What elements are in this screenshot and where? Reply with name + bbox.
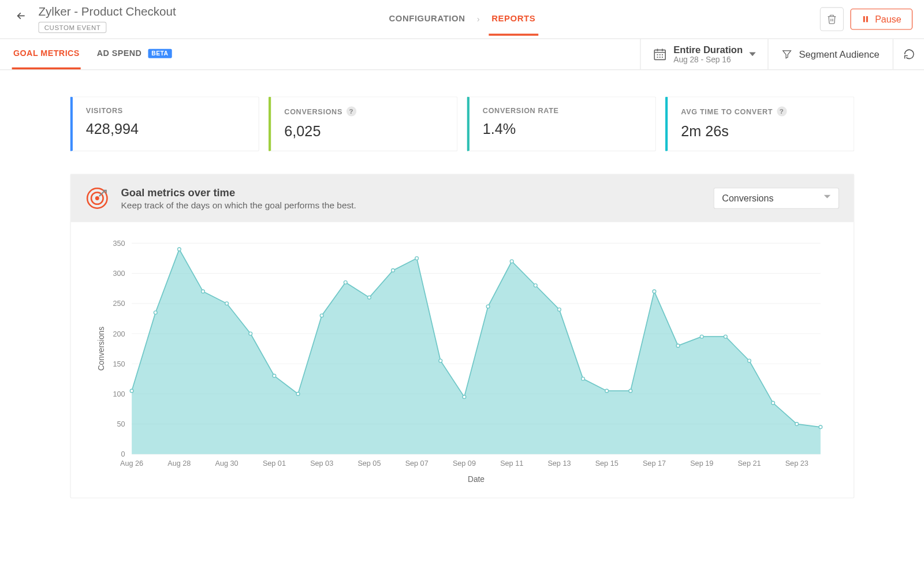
svg-text:Sep 03: Sep 03 (310, 459, 333, 468)
back-button[interactable] (12, 6, 31, 25)
delete-button[interactable] (820, 8, 844, 31)
svg-point-49 (772, 401, 775, 405)
svg-text:Sep 05: Sep 05 (357, 459, 381, 468)
svg-point-47 (724, 335, 727, 338)
calendar-icon (653, 47, 667, 61)
svg-point-45 (676, 344, 680, 347)
svg-text:0: 0 (121, 450, 125, 458)
chart-panel-title: Goal metrics over time (121, 186, 356, 199)
svg-text:250: 250 (113, 300, 125, 308)
svg-point-50 (795, 423, 799, 426)
arrow-left-icon (15, 10, 27, 22)
kpi-conversion-rate-label: CONVERSION RATE (483, 106, 559, 114)
svg-text:Aug 30: Aug 30 (215, 459, 239, 468)
svg-point-44 (653, 290, 656, 293)
kpi-avg-time: AVG TIME TO CONVERT? 2m 26s (665, 96, 854, 151)
date-range-title: Entire Duration (673, 44, 743, 55)
svg-rect-0 (863, 16, 865, 22)
segment-label: Segment Audience (799, 49, 879, 59)
svg-point-26 (225, 302, 229, 305)
subtab-ad-spend-label: AD SPEND (97, 48, 142, 58)
svg-point-25 (202, 290, 205, 293)
svg-text:50: 50 (117, 420, 125, 428)
svg-point-24 (178, 248, 181, 251)
kpi-visitors-label: VISITORS (86, 106, 123, 114)
beta-badge: BETA (148, 49, 172, 58)
pause-button-label: Pause (875, 14, 901, 24)
custom-event-badge: CUSTOM EVENT (38, 22, 106, 33)
sub-nav: GOAL METRICS AD SPEND BETA Entire Durati… (0, 39, 924, 70)
svg-text:200: 200 (113, 330, 125, 338)
kpi-visitors: VISITORS 428,994 (70, 96, 259, 151)
tab-reports[interactable]: REPORTS (489, 3, 538, 36)
svg-point-51 (819, 425, 822, 429)
page-title: Zylker - Product Checkout (38, 5, 176, 19)
target-icon (85, 186, 109, 210)
tab-configuration[interactable]: CONFIGURATION (386, 3, 468, 36)
kpi-conversions-label: CONVERSIONS (284, 107, 342, 115)
svg-point-27 (249, 332, 252, 335)
refresh-button[interactable] (893, 39, 924, 70)
svg-point-42 (605, 389, 609, 392)
date-range-picker[interactable]: Entire Duration Aug 28 - Sep 16 (640, 39, 768, 70)
chart: 050100150200250300350Aug 26Aug 28Aug 30S… (91, 235, 834, 488)
trash-icon (827, 14, 837, 24)
svg-text:Conversions: Conversions (97, 327, 106, 371)
svg-point-38 (510, 260, 513, 263)
svg-text:Aug 28: Aug 28 (167, 459, 191, 468)
svg-text:100: 100 (113, 390, 125, 398)
kpi-conversions-value: 6,025 (284, 123, 444, 140)
filter-icon (782, 49, 792, 59)
svg-point-23 (154, 311, 157, 315)
date-range-value: Aug 28 - Sep 16 (673, 55, 743, 64)
svg-text:Sep 15: Sep 15 (595, 459, 619, 468)
svg-point-41 (582, 377, 585, 380)
svg-text:300: 300 (113, 270, 125, 278)
kpi-visitors-value: 428,994 (86, 121, 245, 139)
svg-text:Sep 07: Sep 07 (405, 459, 429, 468)
svg-point-33 (392, 269, 395, 272)
svg-point-5 (95, 196, 99, 200)
svg-text:350: 350 (113, 240, 125, 248)
svg-point-46 (700, 335, 703, 338)
metric-select-value: Conversions (722, 193, 773, 203)
svg-text:Sep 17: Sep 17 (643, 459, 666, 468)
svg-point-32 (368, 296, 371, 299)
svg-point-35 (439, 359, 442, 362)
svg-text:Sep 11: Sep 11 (500, 459, 523, 468)
help-icon[interactable]: ? (346, 106, 356, 116)
svg-text:Sep 23: Sep 23 (785, 459, 808, 468)
svg-point-30 (320, 314, 323, 317)
help-icon[interactable]: ? (777, 106, 787, 116)
subtab-goal-metrics[interactable]: GOAL METRICS (12, 39, 81, 69)
chart-panel-subtitle: Keep track of the days on which the goal… (121, 200, 356, 210)
svg-text:Sep 19: Sep 19 (690, 459, 713, 468)
kpi-conversion-rate-value: 1.4% (483, 121, 642, 139)
chevron-right-icon: › (477, 14, 480, 24)
kpi-avg-time-label: AVG TIME TO CONVERT (681, 107, 773, 115)
caret-down-icon (750, 51, 756, 57)
svg-text:Sep 21: Sep 21 (737, 459, 761, 468)
svg-text:Aug 26: Aug 26 (120, 459, 143, 468)
subtab-ad-spend[interactable]: AD SPEND BETA (95, 39, 173, 69)
svg-text:Sep 09: Sep 09 (453, 459, 476, 468)
svg-point-28 (273, 374, 276, 377)
svg-text:Date: Date (468, 475, 485, 484)
svg-text:Sep 13: Sep 13 (547, 459, 571, 468)
chart-panel-header: Goal metrics over time Keep track of the… (71, 174, 854, 222)
pause-button[interactable]: Pause (851, 9, 912, 30)
kpi-conversion-rate: CONVERSION RATE 1.4% (467, 96, 655, 151)
svg-point-43 (629, 389, 632, 392)
svg-point-29 (296, 392, 300, 396)
svg-point-36 (463, 395, 466, 399)
svg-point-39 (534, 284, 537, 287)
metric-select[interactable]: Conversions (713, 188, 839, 209)
segment-audience-button[interactable]: Segment Audience (768, 39, 893, 70)
svg-point-37 (486, 305, 490, 308)
svg-point-31 (344, 281, 347, 284)
kpi-conversions: CONVERSIONS? 6,025 (269, 96, 457, 151)
svg-text:Sep 01: Sep 01 (263, 459, 286, 468)
svg-point-22 (130, 389, 133, 392)
content-area: VISITORS 428,994 CONVERSIONS? 6,025 CONV… (0, 70, 924, 511)
kpi-row: VISITORS 428,994 CONVERSIONS? 6,025 CONV… (70, 96, 854, 151)
